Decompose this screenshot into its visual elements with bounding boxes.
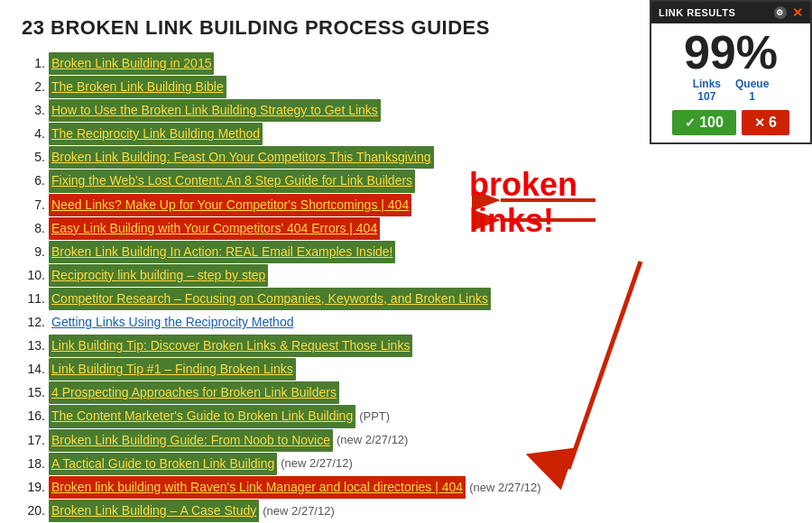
annotation-container: brokenlinks!	[433, 167, 632, 238]
links-stat: Links 107	[693, 78, 721, 103]
link-suffix-17: (new 2/27/12)	[337, 430, 409, 449]
list-item: Reciprocity link building – step by step	[22, 264, 628, 287]
link-item-8[interactable]: Easy Link Building with Your Competitors…	[49, 217, 380, 240]
link-item-13[interactable]: Link Building Tip: Discover Broken Links…	[49, 335, 412, 357]
link-item-5[interactable]: Broken Link Building: Feast On Your Comp…	[49, 146, 434, 169]
queue-label: Queue	[735, 78, 769, 90]
link-item-6[interactable]: Fixing the Web's Lost Content: An 8 Step…	[49, 170, 415, 192]
list-item: The Reciprocity Link Building Method	[22, 123, 628, 145]
list-item: 4 Prospecting Approaches for Broken Link…	[22, 381, 628, 404]
list-item: The Content Marketer's Guide to Broken L…	[22, 405, 628, 427]
list-item: Link Building Tip #1 – Finding Broken Li…	[22, 358, 628, 381]
reject-button[interactable]: ✕ 6	[742, 110, 789, 135]
settings-icon[interactable]: ⚙	[774, 6, 787, 19]
link-item-12[interactable]: Getting Links Using the Reciprocity Meth…	[49, 311, 296, 334]
approve-button[interactable]: ✓ 100	[672, 110, 736, 135]
list-item: Broken Link Building – A Case Study (new…	[22, 500, 628, 522]
list-item: Link Building Tip: Discover Broken Links…	[22, 335, 628, 357]
link-item-2[interactable]: The Broken Link Building Bible	[49, 76, 226, 98]
link-item-18[interactable]: A Tactical Guide to Broken Link Building	[49, 453, 277, 475]
close-icon[interactable]: ✕	[792, 5, 804, 20]
link-suffix-18: (new 2/27/12)	[281, 454, 353, 473]
list-item: Broken Link Building In Action: REAL Ema…	[22, 241, 628, 263]
broken-links-label: brokenlinks!	[469, 167, 632, 238]
link-suffix-20: (new 2/27/12)	[263, 501, 335, 520]
panel-header-icons: ⚙ ✕	[774, 5, 804, 20]
link-item-10[interactable]: Reciprocity link building – step by step	[49, 264, 268, 287]
list-item: Competitor Research – Focusing on Compan…	[22, 288, 628, 310]
list-item: The Broken Link Building Bible	[22, 76, 628, 98]
panel-percent: 99%	[651, 23, 810, 78]
link-suffix-19: (new 2/27/12)	[469, 478, 541, 497]
link-list: Broken Link Building in 2015The Broken L…	[22, 52, 628, 522]
main-content: 23 BROKEN LINK BUILDING PROCESS GUIDES B…	[0, 0, 650, 523]
link-item-16[interactable]: The Content Marketer's Guide to Broken L…	[49, 405, 355, 427]
panel-header: LINK RESULTS ⚙ ✕	[651, 2, 810, 23]
panel-header-title: LINK RESULTS	[659, 7, 735, 18]
link-results-panel: LINK RESULTS ⚙ ✕ 99% Links 107 Queue 1 ✓…	[650, 0, 812, 144]
link-item-20[interactable]: Broken Link Building – A Case Study	[49, 500, 259, 522]
link-item-1[interactable]: Broken Link Building in 2015	[49, 52, 214, 75]
list-item: Broken Link Building Guide: From Noob to…	[22, 429, 628, 452]
list-item: Broken Link Building in 2015	[22, 52, 628, 75]
panel-stats: Links 107 Queue 1	[651, 78, 810, 110]
list-item: Getting Links Using the Reciprocity Meth…	[22, 311, 628, 334]
list-item: Broken link building with Raven's Link M…	[22, 476, 628, 499]
link-item-3[interactable]: How to Use the Broken Link Building Stra…	[49, 99, 381, 122]
link-item-11[interactable]: Competitor Research – Focusing on Compan…	[49, 288, 491, 310]
link-item-4[interactable]: The Reciprocity Link Building Method	[49, 123, 263, 145]
check-icon: ✓	[685, 115, 696, 130]
link-item-9[interactable]: Broken Link Building In Action: REAL Ema…	[49, 241, 395, 263]
link-item-19[interactable]: Broken link building with Raven's Link M…	[49, 476, 466, 499]
link-item-15[interactable]: 4 Prospecting Approaches for Broken Link…	[49, 381, 339, 404]
approve-count: 100	[699, 115, 724, 131]
links-label: Links	[693, 78, 721, 90]
reject-count: 6	[769, 115, 777, 131]
list-item: How to Use the Broken Link Building Stra…	[22, 99, 628, 122]
panel-buttons: ✓ 100 ✕ 6	[651, 110, 810, 142]
queue-count: 1	[735, 90, 769, 103]
panel-title-text: LINK RESULTS	[659, 7, 735, 18]
link-item-7[interactable]: Need Links? Make Up for Your Competitor'…	[49, 194, 411, 216]
link-item-14[interactable]: Link Building Tip #1 – Finding Broken Li…	[49, 358, 296, 381]
link-suffix-16: (PPT)	[359, 407, 390, 426]
queue-stat: Queue 1	[735, 78, 769, 103]
links-count: 107	[693, 90, 721, 103]
x-icon: ✕	[754, 115, 765, 130]
page-title: 23 BROKEN LINK BUILDING PROCESS GUIDES	[22, 16, 628, 40]
list-item: A Tactical Guide to Broken Link Building…	[22, 453, 628, 475]
link-item-17[interactable]: Broken Link Building Guide: From Noob to…	[49, 429, 333, 452]
